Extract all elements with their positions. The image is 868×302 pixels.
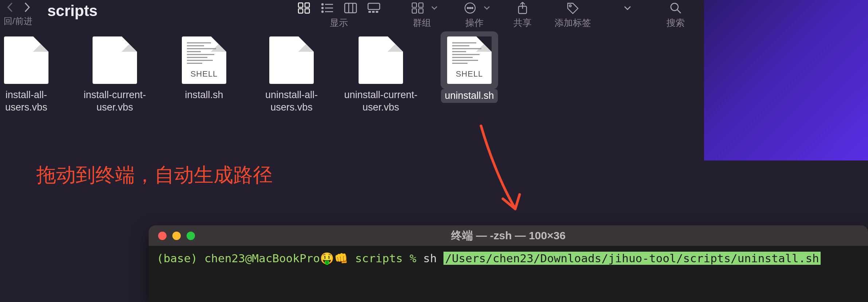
- file-icon: [359, 36, 403, 84]
- svg-rect-20: [419, 9, 423, 13]
- search-label: 搜索: [666, 17, 685, 29]
- file-icon: [4, 36, 48, 84]
- shell-file-icon: SHELL: [447, 36, 492, 84]
- svg-point-6: [322, 7, 323, 9]
- view-label: 显示: [330, 17, 348, 29]
- file-item[interactable]: install-all- users.vbs: [0, 36, 70, 114]
- annotation-text: 拖动到终端，自动生成路径: [36, 162, 273, 189]
- view-list-button[interactable]: [316, 0, 339, 16]
- shell-file-icon: SHELL: [182, 36, 226, 84]
- svg-rect-14: [368, 11, 371, 13]
- file-label: install.sh: [185, 89, 223, 101]
- svg-rect-16: [376, 11, 378, 13]
- share-label: 共享: [513, 17, 532, 29]
- svg-point-23: [469, 7, 471, 9]
- prompt-env: (base): [157, 252, 204, 265]
- prompt-symbol: %: [410, 252, 423, 265]
- nav-back-button[interactable]: [3, 1, 17, 14]
- prompt-selected-path: /Users/chen23/Downloads/jihuo-tool/scrip…: [443, 252, 821, 265]
- svg-line-28: [677, 10, 681, 13]
- toolbar-overflow[interactable]: [616, 0, 639, 27]
- action-label: 操作: [465, 17, 484, 29]
- file-label: uninstall.sh: [441, 89, 497, 103]
- share-button[interactable]: 共享: [511, 0, 534, 29]
- shell-badge: SHELL: [182, 69, 226, 79]
- view-switcher: 显示: [292, 0, 386, 29]
- svg-rect-1: [305, 3, 309, 7]
- group-label: 群组: [413, 17, 431, 29]
- file-label: install-current- user.vbs: [83, 89, 146, 114]
- view-columns-button[interactable]: [339, 0, 362, 16]
- svg-point-24: [472, 7, 473, 9]
- file-item[interactable]: SHELLinstall.sh: [160, 36, 248, 101]
- finder-title: scripts: [47, 2, 98, 20]
- desktop-background-strip: [704, 0, 868, 160]
- svg-rect-18: [419, 3, 423, 7]
- svg-rect-19: [412, 9, 417, 13]
- svg-rect-13: [368, 3, 380, 9]
- tags-label: 添加标签: [555, 17, 591, 29]
- finder-toolbar: 回/前进 scripts 显示: [0, 0, 704, 36]
- annotation-arrow: [466, 122, 532, 224]
- prompt-command: sh: [423, 252, 443, 265]
- svg-point-26: [570, 5, 571, 7]
- svg-point-27: [671, 3, 678, 11]
- view-gallery-button[interactable]: [362, 0, 386, 16]
- nav-label: 回/前进: [4, 15, 34, 27]
- svg-rect-3: [305, 9, 309, 13]
- svg-rect-10: [345, 3, 356, 13]
- svg-point-22: [467, 7, 469, 9]
- svg-point-8: [322, 11, 323, 12]
- file-icon: [269, 36, 314, 84]
- tags-button[interactable]: 添加标签: [555, 0, 591, 29]
- shell-badge: SHELL: [447, 69, 492, 79]
- svg-rect-0: [298, 3, 303, 7]
- file-label: uninstall-all- users.vbs: [265, 89, 318, 114]
- terminal-titlebar[interactable]: 终端 — -zsh — 100×36: [149, 225, 868, 246]
- search-button[interactable]: 搜索: [664, 0, 687, 29]
- file-item[interactable]: SHELLuninstall.sh: [426, 36, 513, 103]
- svg-rect-15: [372, 11, 375, 13]
- prompt-dir: scripts: [348, 252, 410, 265]
- file-icon: [93, 36, 137, 84]
- terminal-body[interactable]: (base) chen23@MacBookPro🤑👊 scripts % sh …: [149, 246, 868, 271]
- file-item[interactable]: uninstall-all- users.vbs: [248, 36, 335, 114]
- view-icons-button[interactable]: [292, 0, 316, 16]
- file-grid: install-all- users.vbsinstall-current- u…: [0, 36, 704, 42]
- file-item[interactable]: install-current- user.vbs: [71, 36, 159, 114]
- file-label: uninstall-current- user.vbs: [344, 89, 417, 114]
- terminal-window: 终端 — -zsh — 100×36 (base) chen23@MacBook…: [149, 225, 868, 302]
- prompt-emoji: 🤑👊: [320, 252, 348, 265]
- chevron-down-icon: [483, 5, 490, 11]
- chevron-down-icon: [431, 5, 438, 11]
- group-menu[interactable]: 群组: [406, 0, 438, 29]
- nav-forward-button[interactable]: [20, 1, 34, 14]
- file-label: install-all- users.vbs: [5, 89, 47, 114]
- svg-rect-17: [412, 3, 417, 7]
- svg-rect-2: [298, 9, 303, 13]
- prompt-host: chen23@MacBookPro: [204, 252, 320, 265]
- action-menu[interactable]: 操作: [458, 0, 490, 29]
- file-item[interactable]: uninstall-current- user.vbs: [337, 36, 425, 114]
- terminal-title: 终端 — -zsh — 100×36: [149, 228, 868, 243]
- svg-point-4: [322, 4, 323, 5]
